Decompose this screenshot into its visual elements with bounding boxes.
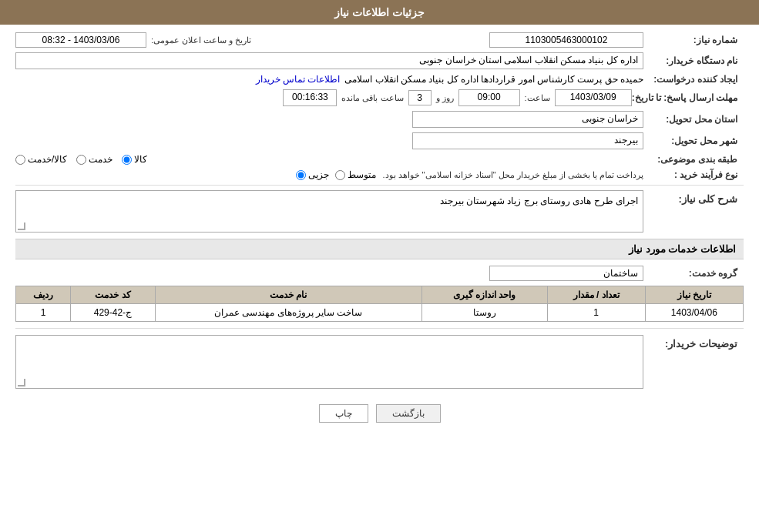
print-button[interactable]: چاپ	[319, 404, 368, 423]
divider-1	[15, 185, 744, 186]
purchase-type-row: نوع فرآیند خرید : پرداخت تمام یا بخشی از…	[15, 169, 744, 180]
city-row: شهر محل تحویل: بیرجند	[15, 132, 744, 149]
deadline-label: مهلت ارسال پاسخ: تا تاریخ:	[632, 92, 744, 103]
category-kala-khedmat-radio[interactable]	[15, 155, 25, 165]
service-group-label: گروه خدمت:	[643, 268, 744, 279]
purchase-note: پرداخت تمام یا بخشی از مبلغ خریدار محل "…	[382, 170, 643, 180]
deadline-fields: 1403/03/09 ساعت: 09:00 روز و 3 ساعت باقی…	[15, 89, 632, 106]
buyer-notes-wrapper	[15, 335, 643, 389]
buyer-org-row: نام دستگاه خریدار: اداره کل بنیاد مسکن ا…	[15, 52, 744, 69]
buyer-org-value: اداره کل بنیاد مسکن انقلاب اسلامی استان …	[15, 52, 643, 69]
purchase-type-label: نوع فرآیند خرید :	[643, 169, 744, 180]
province-value: خراسان جنوبی	[15, 111, 643, 128]
service-group-input[interactable]: ساختمان	[489, 266, 643, 281]
service-group-value: ساختمان	[15, 266, 643, 281]
table-row: 1403/04/061روستاساخت سایر پروژه‌های مهند…	[16, 304, 744, 322]
creator-value: حمیده حق پرست کارشناس امور قراردادها ادا…	[15, 74, 643, 85]
category-kala-label: کالا	[134, 154, 147, 165]
col-service-name: نام خدمت	[155, 286, 421, 304]
table-cell-1: 1	[547, 304, 645, 322]
table-header-row: تاریخ نیاز تعداد / مقدار واحد اندازه گیر…	[16, 286, 744, 304]
page-header: جزئیات اطلاعات نیاز	[0, 0, 759, 25]
services-table: تاریخ نیاز تعداد / مقدار واحد اندازه گیر…	[15, 286, 744, 322]
category-kala-radio[interactable]	[122, 155, 132, 165]
city-label: شهر محل تحویل:	[643, 136, 744, 146]
category-khedmat-label: خدمت	[89, 154, 113, 165]
creator-row: ایجاد کننده درخواست: حمیده حق پرست کارشن…	[15, 74, 744, 85]
back-button[interactable]: بازگشت	[376, 404, 441, 423]
buyer-notes-resize[interactable]	[18, 379, 25, 386]
purchase-motavaset-label: متوسط	[348, 169, 376, 180]
divider-2	[15, 328, 744, 329]
purchase-motavaset-item: متوسط	[335, 169, 376, 180]
description-resize[interactable]	[18, 223, 25, 230]
description-row: شرح کلی نیاز: اجرای طرح هادی روستای برج …	[15, 190, 744, 233]
creator-name: حمیده حق پرست کارشناس امور قراردادها ادا…	[344, 74, 643, 85]
service-group-row: گروه خدمت: ساختمان	[15, 266, 744, 281]
purchase-radio-group: متوسط جزیی	[296, 169, 376, 180]
deadline-remaining-input[interactable]: 00:16:33	[283, 89, 337, 106]
deadline-day-label: روز و	[436, 93, 454, 103]
deadline-days-input[interactable]: 3	[408, 90, 432, 105]
table-cell-4: ج-42-429	[71, 304, 156, 322]
category-khedmat-item: خدمت	[76, 154, 113, 165]
bottom-buttons: بازگشت چاپ	[15, 404, 744, 423]
col-service-code: کد خدمت	[71, 286, 156, 304]
page-title: جزئیات اطلاعات نیاز	[334, 6, 425, 18]
creator-label: ایجاد کننده درخواست:	[643, 74, 744, 85]
purchase-motavaset-radio[interactable]	[335, 170, 345, 180]
purchase-jozei-item: جزیی	[296, 169, 329, 180]
province-input[interactable]: خراسان جنوبی	[412, 111, 643, 128]
table-cell-0: 1403/04/06	[645, 304, 743, 322]
category-kala-khedmat-item: کالا/خدمت	[15, 154, 67, 165]
buyer-notes-value	[15, 335, 643, 389]
announce-label: تاریخ و ساعت اعلان عمومی:	[151, 35, 251, 45]
description-label: شرح کلی نیاز:	[643, 190, 744, 205]
category-kala-khedmat-label: کالا/خدمت	[28, 154, 67, 165]
col-date: تاریخ نیاز	[645, 286, 743, 304]
deadline-date-input[interactable]: 1403/03/09	[555, 89, 632, 106]
request-number-value: 1103005463000102	[359, 32, 643, 48]
buyer-org-input[interactable]: اداره کل بنیاد مسکن انقلاب اسلامی استان …	[15, 52, 643, 69]
request-number-input[interactable]: 1103005463000102	[489, 32, 643, 48]
deadline-row: مهلت ارسال پاسخ: تا تاریخ: 1403/03/09 سا…	[15, 89, 744, 106]
category-radio-group: کالا/خدمت خدمت کالا	[15, 154, 643, 165]
buyer-notes-row: توضیحات خریدار:	[15, 335, 744, 389]
purchase-jozei-label: جزیی	[308, 169, 329, 180]
announce-date-input[interactable]: 1403/03/06 - 08:32	[15, 32, 146, 48]
page-wrapper: جزئیات اطلاعات نیاز شماره نیاز: 11030054…	[0, 0, 759, 532]
description-wrapper: اجرای طرح هادی روستای برج زیاد شهرستان ب…	[15, 190, 643, 233]
table-cell-3: ساخت سایر پروژه‌های مهندسی عمران	[155, 304, 421, 322]
col-unit: واحد اندازه گیری	[421, 286, 547, 304]
purchase-jozei-radio[interactable]	[296, 170, 306, 180]
description-text: اجرای طرح هادی روستای برج زیاد شهرستان ب…	[440, 196, 638, 206]
purchase-type-value: پرداخت تمام یا بخشی از مبلغ خریدار محل "…	[15, 169, 643, 180]
category-row: طبقه بندی موضوعی: کالا/خدمت خدمت کالا	[15, 154, 744, 165]
table-cell-2: روستا	[421, 304, 547, 322]
creator-contact-link[interactable]: اطلاعات تماس خریدار	[256, 74, 341, 85]
category-kala-item: کالا	[122, 154, 147, 165]
content-area: شماره نیاز: 1103005463000102 تاریخ و ساع…	[0, 25, 759, 446]
request-number-label: شماره نیاز:	[643, 35, 744, 45]
col-row-num: ردیف	[16, 286, 71, 304]
deadline-time-input[interactable]: 09:00	[458, 89, 520, 106]
category-value: کالا/خدمت خدمت کالا	[15, 154, 643, 165]
table-cell-5: 1	[16, 304, 71, 322]
services-section-title: اطلاعات خدمات مورد نیاز	[15, 239, 744, 259]
category-label: طبقه بندی موضوعی:	[643, 154, 744, 165]
province-label: استان محل تحویل:	[643, 114, 744, 125]
category-khedmat-radio[interactable]	[76, 155, 86, 165]
request-number-row: شماره نیاز: 1103005463000102 تاریخ و ساع…	[15, 32, 744, 48]
city-input[interactable]: بیرجند	[412, 132, 643, 149]
buyer-notes-label: توضیحات خریدار:	[643, 335, 744, 350]
deadline-remaining-label: ساعت باقی مانده	[341, 93, 403, 103]
col-quantity: تعداد / مقدار	[547, 286, 645, 304]
description-value: اجرای طرح هادی روستای برج زیاد شهرستان ب…	[15, 190, 643, 233]
deadline-time-label: ساعت:	[525, 93, 550, 103]
province-row: استان محل تحویل: خراسان جنوبی	[15, 111, 744, 128]
city-value: بیرجند	[15, 132, 643, 149]
buyer-org-label: نام دستگاه خریدار:	[643, 55, 744, 66]
